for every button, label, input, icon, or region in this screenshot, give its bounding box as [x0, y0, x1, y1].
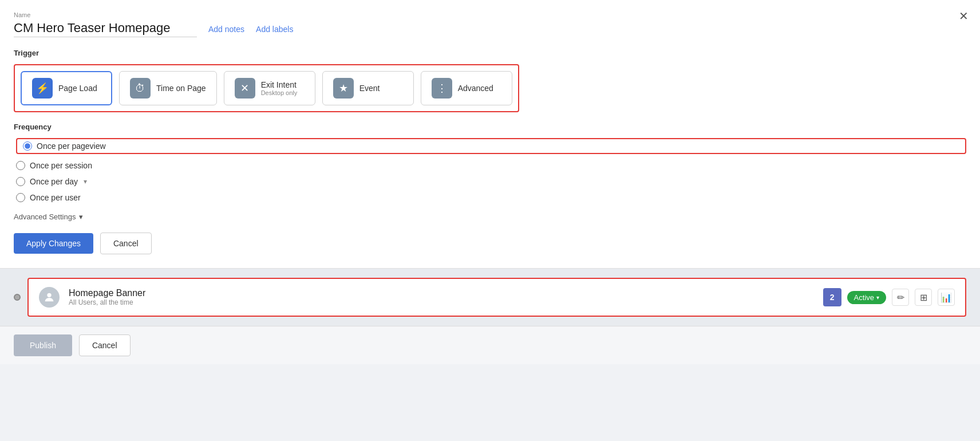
frequency-once-per-pageview[interactable]: Once per pageview [23, 141, 959, 151]
page-load-icon: ⚡ [32, 78, 53, 99]
campaign-name: Homepage Banner [69, 288, 814, 298]
top-panel: Name CM Hero Teaser Homepage Add notes A… [0, 0, 980, 269]
campaign-info: Homepage Banner All Users, all the time [69, 288, 814, 306]
campaign-row: Homepage Banner All Users, all the time … [27, 278, 966, 317]
advanced-settings-chevron: ▾ [79, 212, 83, 221]
advanced-settings-toggle[interactable]: Advanced Settings ▾ [14, 212, 966, 221]
publish-button[interactable]: Publish [14, 334, 72, 356]
page-load-label: Page Load [58, 84, 97, 93]
exit-intent-sub: Desktop only [261, 89, 298, 96]
once-per-pageview-label: Once per pageview [37, 141, 106, 151]
once-per-session-label: Once per session [30, 161, 92, 170]
page-title: CM Hero Teaser Homepage [14, 21, 197, 37]
svg-point-0 [47, 293, 51, 297]
bottom-bar: Publish Cancel [0, 326, 980, 364]
name-label: Name [14, 11, 966, 18]
frequency-options: Once per pageview Once per session Once … [16, 138, 966, 202]
status-badge[interactable]: Active ▾ [847, 291, 886, 304]
trigger-section-label: Trigger [14, 49, 966, 57]
add-notes-link[interactable]: Add notes [208, 25, 244, 34]
step-dot [14, 294, 21, 301]
close-button[interactable]: ✕ [959, 9, 969, 23]
trigger-options: ⚡ Page Load ⏱ Time on Page ✕ Exit Intent… [21, 71, 512, 105]
status-chevron: ▾ [876, 294, 879, 301]
frequency-once-per-day[interactable]: Once per day ▾ [16, 177, 966, 186]
exit-intent-icon: ✕ [235, 78, 255, 99]
campaign-sub: All Users, all the time [69, 298, 814, 306]
once-per-user-label: Once per user [30, 193, 81, 202]
middle-area: Homepage Banner All Users, all the time … [0, 269, 980, 326]
status-label: Active [854, 293, 874, 302]
chart-button[interactable]: 📊 [938, 289, 955, 306]
frequency-section-label: Frequency [14, 123, 966, 131]
advanced-trigger-icon: ⋮ [432, 78, 452, 99]
event-label: Event [359, 84, 380, 93]
trigger-card-event[interactable]: ★ Event [322, 71, 414, 105]
trigger-card-time-on-page[interactable]: ⏱ Time on Page [119, 71, 217, 105]
title-row: CM Hero Teaser Homepage Add notes Add la… [14, 21, 966, 37]
event-icon: ★ [333, 78, 354, 99]
edit-button[interactable]: ✏ [892, 289, 909, 306]
advanced-trigger-label: Advanced [458, 84, 493, 93]
cancel-top-button[interactable]: Cancel [100, 233, 152, 254]
trigger-box: ⚡ Page Load ⏱ Time on Page ✕ Exit Intent… [14, 64, 519, 112]
trigger-card-exit-intent[interactable]: ✕ Exit Intent Desktop only [224, 71, 315, 105]
apply-changes-button[interactable]: Apply Changes [14, 233, 93, 254]
time-on-page-icon: ⏱ [130, 78, 151, 99]
once-per-day-dropdown[interactable]: ▾ [84, 178, 87, 186]
time-on-page-label: Time on Page [156, 84, 206, 93]
campaign-badge: 2 [823, 288, 841, 306]
campaign-actions: 2 Active ▾ ✏ ⊞ 📊 [823, 288, 955, 306]
cancel-bottom-button[interactable]: Cancel [79, 334, 131, 356]
add-button[interactable]: ⊞ [915, 289, 932, 306]
avatar [39, 287, 60, 308]
once-per-day-label: Once per day [30, 177, 78, 186]
exit-intent-label: Exit Intent [261, 80, 298, 89]
action-buttons: Apply Changes Cancel [14, 233, 966, 254]
trigger-card-page-load[interactable]: ⚡ Page Load [21, 71, 112, 105]
add-labels-link[interactable]: Add labels [256, 25, 293, 34]
frequency-once-per-session[interactable]: Once per session [16, 161, 966, 170]
frequency-once-per-user[interactable]: Once per user [16, 193, 966, 202]
trigger-card-advanced[interactable]: ⋮ Advanced [421, 71, 512, 105]
advanced-settings-label: Advanced Settings [14, 212, 76, 221]
